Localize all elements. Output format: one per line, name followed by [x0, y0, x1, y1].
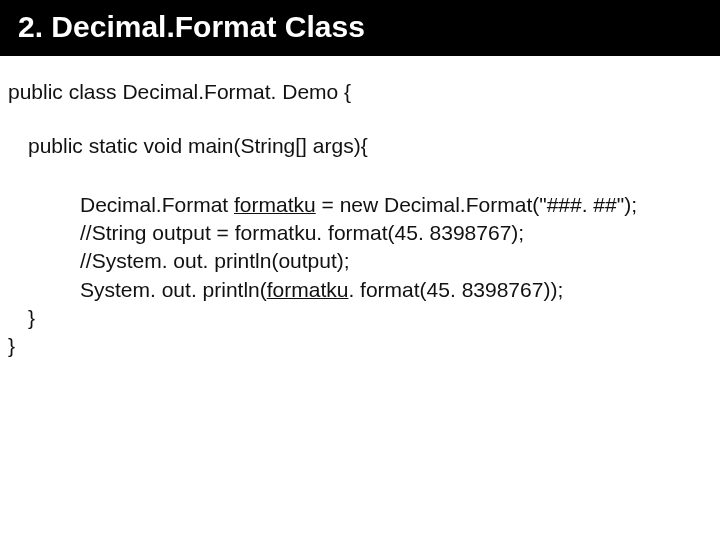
- code-line-7: }: [8, 304, 712, 332]
- code-line-3b: formatku: [234, 193, 316, 216]
- code-line-6c: . format(45. 8398767));: [348, 278, 563, 301]
- code-line-1: public class Decimal.Format. Demo {: [8, 78, 712, 106]
- slide-title-bar: 2. Decimal.Format Class: [0, 0, 720, 56]
- code-line-6b: formatku: [267, 278, 349, 301]
- code-line-3a: Decimal.Format: [80, 193, 234, 216]
- code-line-5: //System. out. println(output);: [8, 247, 712, 275]
- code-line-3c: = new Decimal.Format("###. ##");: [316, 193, 637, 216]
- code-line-8: }: [8, 332, 712, 360]
- code-line-3: Decimal.Format formatku = new Decimal.Fo…: [8, 191, 712, 219]
- slide-title: 2. Decimal.Format Class: [18, 10, 365, 43]
- code-area: public class Decimal.Format. Demo { publ…: [0, 56, 720, 361]
- code-line-2: public static void main(String[] args){: [8, 132, 712, 160]
- code-line-6a: System. out. println(: [80, 278, 267, 301]
- code-line-4: //String output = formatku. format(45. 8…: [8, 219, 712, 247]
- code-line-6: System. out. println(formatku. format(45…: [8, 276, 712, 304]
